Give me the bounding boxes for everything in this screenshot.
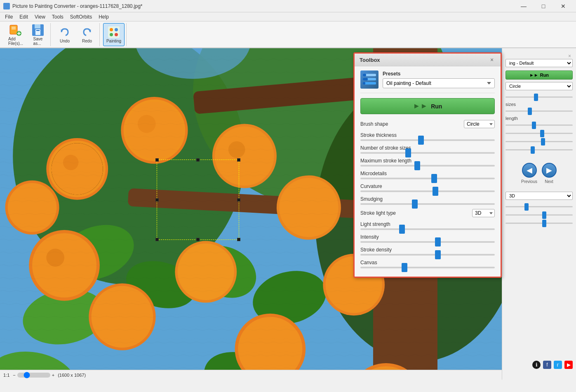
menu-edit[interactable]: Edit — [16, 13, 31, 21]
brush-shape-label: Brush shape — [360, 121, 388, 127]
stroke-thickness-slider-container — [360, 139, 495, 141]
add-files-label: AddFile(s)... — [8, 37, 23, 46]
facebook-icon[interactable]: f — [543, 361, 551, 369]
param-brush-shape: Brush shape Circle Square Diamond — [360, 120, 495, 128]
svg-rect-9 — [36, 30, 40, 31]
redo-label: Redo — [82, 39, 92, 43]
mini-stroke-length-slider[interactable] — [505, 124, 573, 126]
presets-select[interactable]: Oil painting - Default Watercolor Pencil… — [383, 78, 495, 88]
smudging-slider[interactable] — [360, 203, 495, 205]
add-files-button[interactable]: AddFile(s)... — [5, 23, 26, 46]
mini-stroke-sizes-section: sizes — [505, 102, 573, 113]
mini-stroke-light-type-select[interactable]: 3D Flat None — [505, 192, 573, 200]
svg-rect-12 — [108, 26, 120, 38]
stroke-thickness-slider[interactable] — [360, 139, 495, 141]
stroke-sizes-slider[interactable] — [360, 152, 495, 154]
intensity-slider-container — [360, 241, 495, 243]
mini-light-strength-slider[interactable] — [505, 206, 573, 207]
minimize-button[interactable]: — — [514, 0, 533, 12]
mini-stroke-density-section — [505, 220, 573, 225]
svg-rect-2 — [12, 28, 16, 29]
mini-microdetails-slider[interactable] — [505, 133, 573, 134]
toolbox-title: Toolbox — [360, 57, 380, 63]
presets-row: Presets Oil painting - Default Watercolo… — [360, 70, 495, 93]
param-max-stroke-length: Maximum stroke length — [360, 158, 495, 167]
zoom-in-icon[interactable]: + — [52, 373, 54, 378]
mini-brush-shape-select[interactable]: Circle Square — [505, 82, 573, 90]
twitter-icon[interactable]: 𝕣 — [554, 361, 562, 369]
mini-stroke-thickness-section — [505, 94, 573, 99]
presets-label: Presets — [383, 71, 495, 77]
toolbox-body: Presets Oil painting - Default Watercolo… — [355, 66, 501, 277]
window-title: Picture to Painting Converter - oranges-… — [12, 3, 143, 9]
painting-label: Painting — [106, 39, 121, 43]
toolbar-file-group: AddFile(s)... Saveas... — [3, 23, 51, 46]
menu-help[interactable]: Help — [95, 13, 112, 21]
stroke-density-slider[interactable] — [360, 254, 495, 256]
right-panel-close-button[interactable]: × — [505, 53, 573, 59]
youtube-icon[interactable]: ▶ — [564, 361, 573, 369]
zoom-level: 1:1 — [3, 373, 9, 378]
mini-smudging-slider[interactable] — [505, 149, 573, 150]
previous-button[interactable]: ◀ Previous — [520, 155, 538, 192]
param-smudging: Smudging — [360, 196, 495, 205]
next-arrow-icon: ▶ — [542, 163, 557, 178]
menu-view[interactable]: View — [31, 13, 49, 21]
intensity-slider[interactable] — [360, 241, 495, 243]
menu-softorbits[interactable]: SoftOrbits — [67, 13, 95, 21]
menu-tools[interactable]: Tools — [49, 13, 67, 21]
max-stroke-length-slider[interactable] — [360, 165, 495, 167]
presets-icon — [360, 70, 379, 89]
light-strength-slider[interactable] — [360, 228, 495, 230]
mini-stroke-thickness-slider[interactable] — [505, 96, 573, 98]
run-button[interactable]: ►► Run — [360, 98, 495, 114]
zoom-out-icon[interactable]: − — [13, 373, 15, 378]
svg-point-16 — [115, 33, 118, 36]
mini-stroke-density-slider[interactable] — [505, 223, 573, 224]
menu-file[interactable]: File — [2, 13, 16, 21]
toolbox-header: Toolbox × — [355, 54, 501, 66]
maximize-button[interactable]: □ — [534, 0, 553, 12]
nav-buttons-row: ◀ Previous ▶ Next — [505, 155, 573, 192]
toolbox-close-button[interactable]: × — [488, 56, 496, 63]
canvas-slider-container — [360, 267, 495, 268]
brush-shape-select[interactable]: Circle Square Diamond — [464, 120, 495, 128]
param-curvature: Curvature — [360, 183, 495, 192]
max-stroke-length-slider-container — [360, 165, 495, 167]
mini-presets-select[interactable]: ing - Default — [505, 59, 573, 67]
toolbar-painting-group: Painting — [101, 23, 127, 46]
run-label: Run — [431, 103, 442, 110]
mini-run-button[interactable]: ►► Run — [505, 70, 573, 80]
undo-label: Undo — [60, 39, 70, 43]
window-controls: — □ ✕ — [514, 0, 573, 12]
close-button[interactable]: ✕ — [554, 0, 573, 12]
canvas-slider[interactable] — [360, 267, 495, 268]
mini-run-label: Run — [540, 73, 549, 77]
save-as-button[interactable]: Saveas... — [27, 23, 49, 46]
app-icon — [3, 3, 10, 9]
svg-rect-71 — [363, 78, 368, 80]
undo-icon — [58, 26, 71, 39]
mini-curvature-slider[interactable] — [505, 141, 573, 142]
toolbar-history-group: Undo Redo — [52, 23, 100, 46]
info-icon[interactable]: ℹ — [532, 361, 541, 369]
stroke-light-type-select[interactable]: 3D Flat None — [472, 209, 495, 217]
curvature-slider[interactable] — [360, 190, 495, 192]
param-stroke-density: Stroke density — [360, 247, 495, 256]
mini-stroke-sizes-slider[interactable] — [505, 110, 573, 112]
painting-button[interactable]: Painting — [103, 23, 125, 46]
stroke-density-slider-container — [360, 254, 495, 256]
param-stroke-sizes: Number of stroke sizes — [360, 145, 495, 154]
next-button[interactable]: ▶ Next — [540, 155, 558, 192]
redo-icon — [80, 26, 94, 39]
param-stroke-light-type-row: Stroke light type 3D Flat None — [360, 209, 495, 217]
smudging-slider-container — [360, 203, 495, 205]
mini-intensity-slider[interactable] — [505, 214, 573, 216]
undo-button[interactable]: Undo — [54, 23, 75, 46]
save-as-label: Saveas... — [33, 37, 43, 46]
zoom-controls: − + — [13, 373, 54, 378]
zoom-slider[interactable] — [17, 373, 50, 378]
redo-button[interactable]: Redo — [76, 23, 98, 46]
toolbox-panel: Toolbox × Presets Oil painting - Default… — [353, 52, 502, 278]
microdetails-slider[interactable] — [360, 178, 495, 179]
